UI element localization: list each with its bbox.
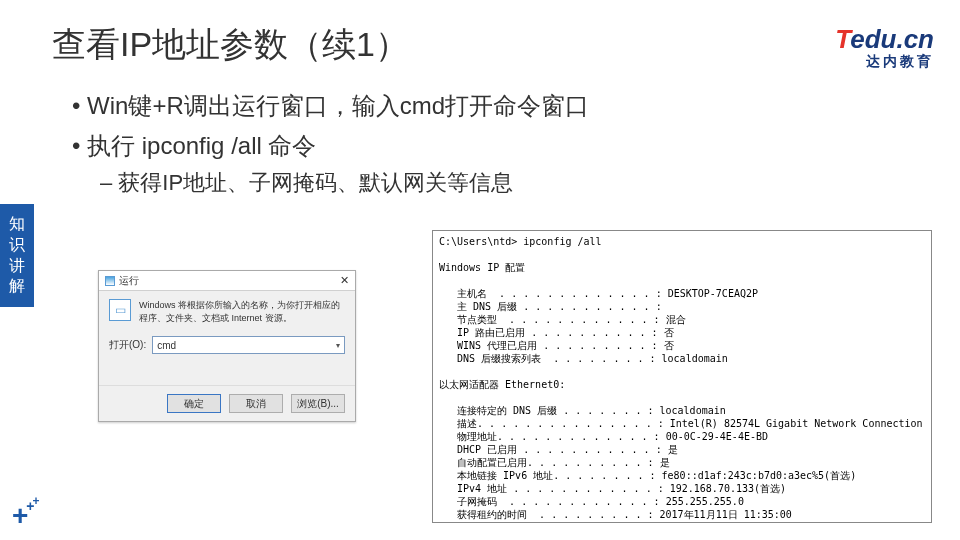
ipconfig-output: C:\Users\ntd> ipconfig /all Windows IP 配… xyxy=(432,230,932,523)
term-line: DHCP 已启用 . . . . . . . . . . . : 是 xyxy=(439,444,678,455)
term-line: DNS 后缀搜索列表 . . . . . . . . : localdomain xyxy=(439,353,728,364)
browse-button[interactable]: 浏览(B)... xyxy=(291,394,345,413)
term-line: 物理地址. . . . . . . . . . . . . : 00-0C-29… xyxy=(439,431,768,442)
open-input-value: cmd xyxy=(157,340,176,351)
close-icon[interactable]: ✕ xyxy=(340,274,349,287)
term-line: 主机名 . . . . . . . . . . . . . : DESKTOP-… xyxy=(439,288,758,299)
open-input[interactable]: cmd ▾ xyxy=(152,336,345,354)
term-heading: 以太网适配器 Ethernet0: xyxy=(439,379,565,390)
logo-cn: .cn xyxy=(896,24,934,54)
run-description: Windows 将根据你所输入的名称，为你打开相应的程序、文件夹、文档或 Int… xyxy=(139,299,345,324)
term-line: IPv4 地址 . . . . . . . . . . . . : 192.16… xyxy=(439,483,786,494)
term-line: WINS 代理已启用 . . . . . . . . . : 否 xyxy=(439,340,674,351)
chevron-down-icon[interactable]: ▾ xyxy=(336,341,340,350)
logo-t: T xyxy=(835,24,850,54)
term-line: IP 路由已启用 . . . . . . . . . . : 否 xyxy=(439,327,674,338)
term-line: 获得租约的时间 . . . . . . . . . : 2017年11月11日 … xyxy=(439,509,792,520)
logo-subtitle: 达内教育 xyxy=(835,53,934,71)
sidebar-char: 知 xyxy=(0,214,34,235)
sidebar-char: 解 xyxy=(0,276,34,297)
bullet-list: Win键+R调出运行窗口，输入cmd打开命令窗口 执行 ipconfig /al… xyxy=(72,86,589,201)
term-line: 子网掩码 . . . . . . . . . . . . : 255.255.2… xyxy=(439,496,744,507)
term-line: 租约过期的时间 . . . . . . . . . : 2017年11月11日 … xyxy=(439,522,792,523)
logo-edu: edu xyxy=(850,24,896,54)
sidebar-char: 讲 xyxy=(0,256,34,277)
term-heading: Windows IP 配置 xyxy=(439,262,525,273)
term-line: 主 DNS 后缀 . . . . . . . . . . . : xyxy=(439,301,662,312)
ok-button[interactable]: 确定 xyxy=(167,394,221,413)
term-prompt: C:\Users\ntd> ipconfig /all xyxy=(439,236,602,247)
run-dialog: 运行 ✕ ▭ Windows 将根据你所输入的名称，为你打开相应的程序、文件夹、… xyxy=(98,270,356,422)
run-titlebar: 运行 ✕ xyxy=(99,271,355,291)
run-app-icon: ▭ xyxy=(109,299,131,321)
plus-icon: +++ xyxy=(12,500,44,532)
term-line: 本地链接 IPv6 地址. . . . . . . . : fe80::d1af… xyxy=(439,470,856,481)
term-line: 连接特定的 DNS 后缀 . . . . . . . : localdomain xyxy=(439,405,726,416)
run-window-icon xyxy=(105,276,115,286)
sidebar-char: 识 xyxy=(0,235,34,256)
slide-title: 查看IP地址参数（续1） xyxy=(52,22,409,68)
brand-logo: Tedu.cn 达内教育 xyxy=(835,24,934,71)
term-line: 节点类型 . . . . . . . . . . . . : 混合 xyxy=(439,314,686,325)
sidebar-tab-knowledge: 知 识 讲 解 xyxy=(0,204,34,307)
term-line: 描述. . . . . . . . . . . . . . . : Intel(… xyxy=(439,418,923,429)
run-title: 运行 xyxy=(119,274,139,288)
cancel-button[interactable]: 取消 xyxy=(229,394,283,413)
bullet-2a: 获得IP地址、子网掩码、默认网关等信息 xyxy=(122,165,589,201)
open-label: 打开(O): xyxy=(109,338,146,352)
bullet-1: Win键+R调出运行窗口，输入cmd打开命令窗口 xyxy=(90,86,589,126)
term-line: 自动配置已启用. . . . . . . . . . : 是 xyxy=(439,457,670,468)
bullet-2: 执行 ipconfig /all 命令 xyxy=(90,126,589,166)
